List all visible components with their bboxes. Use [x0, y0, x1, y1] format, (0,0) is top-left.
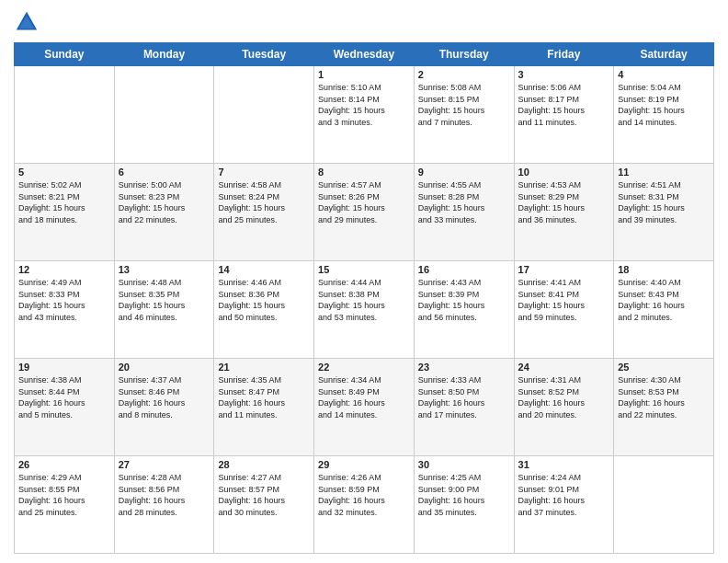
day-info: Sunrise: 4:24 AM Sunset: 9:01 PM Dayligh… — [518, 472, 610, 518]
calendar-cell: 8Sunrise: 4:57 AM Sunset: 8:26 PM Daylig… — [314, 164, 415, 261]
calendar-cell: 30Sunrise: 4:25 AM Sunset: 9:00 PM Dayli… — [414, 456, 514, 554]
day-info: Sunrise: 5:02 AM Sunset: 8:21 PM Dayligh… — [18, 179, 110, 225]
day-of-week-friday: Friday — [514, 43, 614, 66]
day-number: 7 — [218, 167, 310, 178]
day-number: 28 — [218, 459, 310, 470]
day-number: 17 — [518, 264, 610, 275]
day-number: 10 — [518, 167, 610, 178]
calendar-cell: 27Sunrise: 4:28 AM Sunset: 8:56 PM Dayli… — [114, 456, 214, 554]
day-of-week-wednesday: Wednesday — [314, 43, 415, 66]
day-info: Sunrise: 4:57 AM Sunset: 8:26 PM Dayligh… — [318, 179, 410, 225]
day-info: Sunrise: 4:41 AM Sunset: 8:41 PM Dayligh… — [518, 277, 610, 323]
calendar-week-3: 12Sunrise: 4:49 AM Sunset: 8:33 PM Dayli… — [15, 261, 714, 359]
calendar-week-1: 1Sunrise: 5:10 AM Sunset: 8:14 PM Daylig… — [15, 66, 714, 164]
day-number: 5 — [18, 167, 110, 178]
day-number: 25 — [618, 362, 710, 373]
calendar-cell: 13Sunrise: 4:48 AM Sunset: 8:35 PM Dayli… — [114, 261, 214, 359]
day-info: Sunrise: 4:40 AM Sunset: 8:43 PM Dayligh… — [618, 277, 710, 323]
calendar-cell — [15, 66, 115, 164]
calendar-week-5: 26Sunrise: 4:29 AM Sunset: 8:55 PM Dayli… — [15, 456, 714, 554]
day-number: 11 — [618, 167, 710, 178]
calendar-cell: 11Sunrise: 4:51 AM Sunset: 8:31 PM Dayli… — [614, 164, 714, 261]
day-number: 14 — [218, 264, 310, 275]
day-info: Sunrise: 4:28 AM Sunset: 8:56 PM Dayligh… — [119, 472, 210, 518]
day-number: 21 — [218, 362, 310, 373]
day-info: Sunrise: 5:04 AM Sunset: 8:19 PM Dayligh… — [618, 82, 710, 128]
calendar-cell: 21Sunrise: 4:35 AM Sunset: 8:47 PM Dayli… — [214, 359, 314, 456]
day-of-week-saturday: Saturday — [614, 43, 714, 66]
calendar-cell: 20Sunrise: 4:37 AM Sunset: 8:46 PM Dayli… — [114, 359, 214, 456]
calendar-cell — [614, 456, 714, 554]
calendar-cell: 4Sunrise: 5:04 AM Sunset: 8:19 PM Daylig… — [614, 66, 714, 164]
day-info: Sunrise: 4:29 AM Sunset: 8:55 PM Dayligh… — [18, 472, 110, 518]
day-number: 27 — [119, 459, 210, 470]
day-number: 15 — [318, 264, 410, 275]
calendar-cell: 7Sunrise: 4:58 AM Sunset: 8:24 PM Daylig… — [214, 164, 314, 261]
day-info: Sunrise: 4:31 AM Sunset: 8:52 PM Dayligh… — [518, 374, 610, 420]
day-info: Sunrise: 4:34 AM Sunset: 8:49 PM Dayligh… — [318, 374, 410, 420]
day-info: Sunrise: 4:44 AM Sunset: 8:38 PM Dayligh… — [318, 277, 410, 323]
calendar-cell: 28Sunrise: 4:27 AM Sunset: 8:57 PM Dayli… — [214, 456, 314, 554]
day-info: Sunrise: 4:48 AM Sunset: 8:35 PM Dayligh… — [119, 277, 210, 323]
day-number: 31 — [518, 459, 610, 470]
day-number: 20 — [119, 362, 210, 373]
day-info: Sunrise: 5:10 AM Sunset: 8:14 PM Dayligh… — [318, 82, 410, 128]
calendar-cell: 19Sunrise: 4:38 AM Sunset: 8:44 PM Dayli… — [15, 359, 115, 456]
day-number: 3 — [518, 69, 610, 80]
day-info: Sunrise: 4:35 AM Sunset: 8:47 PM Dayligh… — [218, 374, 310, 420]
calendar-cell: 24Sunrise: 4:31 AM Sunset: 8:52 PM Dayli… — [514, 359, 614, 456]
page: SundayMondayTuesdayWednesdayThursdayFrid… — [0, 0, 728, 563]
day-info: Sunrise: 4:37 AM Sunset: 8:46 PM Dayligh… — [119, 374, 210, 420]
header-row: SundayMondayTuesdayWednesdayThursdayFrid… — [15, 43, 714, 66]
calendar-table: SundayMondayTuesdayWednesdayThursdayFrid… — [14, 42, 714, 554]
calendar-cell: 5Sunrise: 5:02 AM Sunset: 8:21 PM Daylig… — [15, 164, 115, 261]
day-info: Sunrise: 4:43 AM Sunset: 8:39 PM Dayligh… — [418, 277, 510, 323]
header — [14, 9, 714, 35]
day-number: 13 — [119, 264, 210, 275]
day-info: Sunrise: 4:58 AM Sunset: 8:24 PM Dayligh… — [218, 179, 310, 225]
day-number: 8 — [318, 167, 410, 178]
day-number: 4 — [618, 69, 710, 80]
calendar-cell — [214, 66, 314, 164]
day-number: 26 — [18, 459, 110, 470]
day-of-week-monday: Monday — [114, 43, 214, 66]
day-number: 22 — [318, 362, 410, 373]
calendar-cell: 22Sunrise: 4:34 AM Sunset: 8:49 PM Dayli… — [314, 359, 415, 456]
logo-icon — [14, 9, 40, 35]
day-number: 30 — [418, 459, 510, 470]
calendar-cell: 15Sunrise: 4:44 AM Sunset: 8:38 PM Dayli… — [314, 261, 415, 359]
day-info: Sunrise: 4:51 AM Sunset: 8:31 PM Dayligh… — [618, 179, 710, 225]
calendar-cell: 6Sunrise: 5:00 AM Sunset: 8:23 PM Daylig… — [114, 164, 214, 261]
day-number: 12 — [18, 264, 110, 275]
calendar-cell: 16Sunrise: 4:43 AM Sunset: 8:39 PM Dayli… — [414, 261, 514, 359]
day-info: Sunrise: 4:25 AM Sunset: 9:00 PM Dayligh… — [418, 472, 510, 518]
day-number: 19 — [18, 362, 110, 373]
calendar-cell: 9Sunrise: 4:55 AM Sunset: 8:28 PM Daylig… — [414, 164, 514, 261]
day-number: 1 — [318, 69, 410, 80]
calendar-cell: 1Sunrise: 5:10 AM Sunset: 8:14 PM Daylig… — [314, 66, 415, 164]
day-info: Sunrise: 4:33 AM Sunset: 8:50 PM Dayligh… — [418, 374, 510, 420]
day-number: 29 — [318, 459, 410, 470]
calendar-cell: 29Sunrise: 4:26 AM Sunset: 8:59 PM Dayli… — [314, 456, 415, 554]
calendar-cell: 14Sunrise: 4:46 AM Sunset: 8:36 PM Dayli… — [214, 261, 314, 359]
calendar-cell: 2Sunrise: 5:08 AM Sunset: 8:15 PM Daylig… — [414, 66, 514, 164]
day-info: Sunrise: 4:30 AM Sunset: 8:53 PM Dayligh… — [618, 374, 710, 420]
day-of-week-sunday: Sunday — [15, 43, 115, 66]
day-number: 6 — [119, 167, 210, 178]
day-number: 9 — [418, 167, 510, 178]
day-of-week-tuesday: Tuesday — [214, 43, 314, 66]
day-number: 16 — [418, 264, 510, 275]
day-info: Sunrise: 4:49 AM Sunset: 8:33 PM Dayligh… — [18, 277, 110, 323]
day-info: Sunrise: 4:53 AM Sunset: 8:29 PM Dayligh… — [518, 179, 610, 225]
calendar-week-2: 5Sunrise: 5:02 AM Sunset: 8:21 PM Daylig… — [15, 164, 714, 261]
day-info: Sunrise: 4:55 AM Sunset: 8:28 PM Dayligh… — [418, 179, 510, 225]
day-number: 23 — [418, 362, 510, 373]
calendar-cell: 25Sunrise: 4:30 AM Sunset: 8:53 PM Dayli… — [614, 359, 714, 456]
calendar-cell — [114, 66, 214, 164]
day-info: Sunrise: 5:08 AM Sunset: 8:15 PM Dayligh… — [418, 82, 510, 128]
calendar-cell: 23Sunrise: 4:33 AM Sunset: 8:50 PM Dayli… — [414, 359, 514, 456]
day-info: Sunrise: 4:26 AM Sunset: 8:59 PM Dayligh… — [318, 472, 410, 518]
calendar-cell: 31Sunrise: 4:24 AM Sunset: 9:01 PM Dayli… — [514, 456, 614, 554]
logo — [14, 9, 43, 35]
day-info: Sunrise: 4:27 AM Sunset: 8:57 PM Dayligh… — [218, 472, 310, 518]
